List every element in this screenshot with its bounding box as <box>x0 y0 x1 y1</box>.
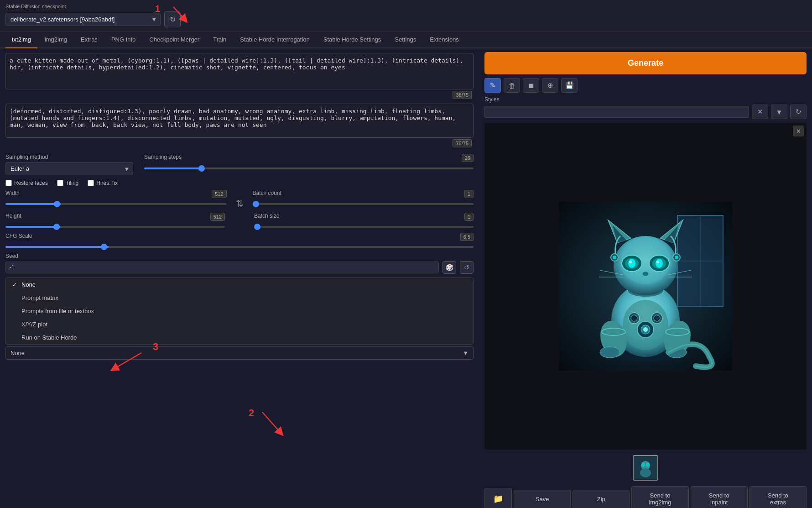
restore-faces-input[interactable] <box>5 180 12 186</box>
svg-point-42 <box>675 256 678 259</box>
copy-icon-button[interactable]: ⊕ <box>542 78 558 93</box>
tab-extras[interactable]: Extras <box>74 31 104 48</box>
edit-icon-button[interactable]: ✎ <box>484 78 501 93</box>
batch-count-group: Batch count 1 <box>253 190 474 206</box>
top-bar: Stable Diffusion checkpoint deliberate_v… <box>0 0 812 31</box>
styles-dropdown-button[interactable]: ▼ <box>771 105 787 119</box>
copy-icon: ⊕ <box>547 81 553 89</box>
tab-png-info[interactable]: PNG Info <box>105 31 142 48</box>
script-item-prompts-from-file[interactable]: Prompts from file or textbox <box>6 304 473 318</box>
styles-input[interactable] <box>484 106 749 118</box>
sampling-method-select[interactable]: Euler a <box>5 162 133 175</box>
main-layout: a cute kitten made out of metal, (cyborg… <box>0 48 812 508</box>
width-value: 512 <box>212 190 226 198</box>
batch-count-slider[interactable] <box>253 203 474 205</box>
height-slider[interactable] <box>5 226 225 228</box>
svg-point-32 <box>656 259 663 268</box>
tiling-input[interactable] <box>57 180 63 186</box>
svg-point-14 <box>654 315 660 321</box>
width-slider[interactable] <box>5 203 227 205</box>
svg-point-17 <box>643 327 648 332</box>
annotation-2: 2 <box>249 407 254 419</box>
script-item-none[interactable]: ✓ None <box>6 278 473 291</box>
folder-icon: 📁 <box>493 494 503 503</box>
save-button[interactable]: Save <box>514 490 571 508</box>
tab-train[interactable]: Train <box>207 31 233 48</box>
positive-char-count: 38/75 <box>453 91 472 99</box>
action-row: ✎ 🗑 ⏹ ⊕ 💾 <box>484 78 807 93</box>
sampling-row: Sampling method Euler a ▼ Sampling steps… <box>5 154 474 175</box>
stop-icon: ⏹ <box>528 82 535 89</box>
styles-section: Styles ✕ ▼ ↻ <box>484 96 807 119</box>
script-item-xyz-plot[interactable]: X/Y/Z plot <box>6 318 473 331</box>
refresh-icon: ↻ <box>170 15 176 24</box>
batch-size-slider[interactable] <box>254 226 474 228</box>
send-to-img2img-button[interactable]: Send to img2img <box>631 486 688 508</box>
script-item-run-stable-horde[interactable]: Run on Stable Horde <box>6 331 473 344</box>
interrupt-icon-button[interactable]: ⏹ <box>523 78 539 93</box>
zip-button[interactable]: Zip <box>573 490 630 508</box>
svg-line-1 <box>262 412 281 433</box>
svg-point-51 <box>640 468 651 477</box>
sampling-method-label: Sampling method <box>5 154 133 160</box>
save-icon-button[interactable]: 💾 <box>561 78 578 93</box>
restore-faces-checkbox[interactable]: Restore faces <box>5 180 48 186</box>
sampling-steps-value: 26 <box>462 154 474 162</box>
script-item-prompt-matrix[interactable]: Prompt matrix <box>6 291 473 304</box>
seed-group: Seed 🎲 ↺ <box>5 253 474 274</box>
tiling-checkbox[interactable]: Tiling <box>57 180 78 186</box>
seed-random-button[interactable]: 🎲 <box>442 261 456 274</box>
send-to-extras-button[interactable]: Send to extras <box>750 486 807 508</box>
cfg-scale-slider[interactable] <box>5 246 474 248</box>
hires-fix-checkbox[interactable]: Hires. fix <box>88 180 118 186</box>
send-to-inpaint-button[interactable]: Send to inpaint <box>691 486 748 508</box>
styles-clear-button[interactable]: ✕ <box>752 105 768 119</box>
script-select-footer[interactable]: None ▼ <box>5 346 474 360</box>
tab-txt2img[interactable]: txt2img <box>5 31 37 48</box>
sampling-steps-group: Sampling steps 26 <box>144 154 474 175</box>
svg-point-12 <box>631 315 637 321</box>
svg-point-52 <box>641 462 645 467</box>
cfg-scale-value: 6.5 <box>460 233 474 241</box>
refresh-checkpoint-button[interactable]: ↻ <box>164 11 181 27</box>
tab-checkpoint-merger[interactable]: Checkpoint Merger <box>143 31 206 48</box>
sampling-steps-slider[interactable] <box>144 168 474 169</box>
height-batchsize-row: Height 512 Batch size 1 <box>5 213 474 229</box>
checkboxes-row: Restore faces Tiling Hires. fix <box>5 180 474 186</box>
svg-point-34 <box>642 272 649 276</box>
trash-icon: 🗑 <box>509 82 515 89</box>
styles-label: Styles <box>484 96 807 103</box>
width-group: Width 512 <box>5 190 227 206</box>
tab-stable-horde-settings[interactable]: Stable Horde Settings <box>317 31 387 48</box>
controls-section: Sampling method Euler a ▼ Sampling steps… <box>5 154 474 360</box>
generate-button[interactable]: Generate <box>484 52 807 74</box>
svg-point-29 <box>629 261 632 263</box>
swap-dimensions-button[interactable]: ⇅ <box>236 190 244 209</box>
tab-settings[interactable]: Settings <box>388 31 422 48</box>
trash-icon-button[interactable]: 🗑 <box>504 78 520 93</box>
batch-count-label: Batch count <box>253 190 281 196</box>
right-panel: Generate ✎ 🗑 ⏹ ⊕ 💾 Styles ✕ <box>479 48 812 508</box>
batch-size-label: Batch size <box>254 213 279 219</box>
positive-prompt-input[interactable]: a cute kitten made out of metal, (cyborg… <box>5 53 474 89</box>
tab-img2img[interactable]: img2img <box>38 31 73 48</box>
svg-point-53 <box>646 462 650 467</box>
negative-char-count: 75/75 <box>453 139 472 147</box>
seed-input[interactable] <box>5 262 439 273</box>
image-thumbnail[interactable] <box>633 455 658 481</box>
tabs-bar: txt2img img2img Extras PNG Info Checkpoi… <box>0 31 812 48</box>
tab-extensions[interactable]: Extensions <box>423 31 465 48</box>
seed-recycle-button[interactable]: ↺ <box>460 261 474 274</box>
checkpoint-select[interactable]: deliberate_v2.safetensors [9aba26abdf] <box>5 13 161 26</box>
width-label: Width <box>5 190 20 196</box>
tab-stable-horde-interrogation[interactable]: Stable Horde Interrogation <box>234 31 316 48</box>
negative-prompt-input[interactable]: (deformed, distorted, disfigured:1.3), p… <box>5 104 474 138</box>
sampling-steps-label: Sampling steps <box>144 154 182 160</box>
hires-fix-input[interactable] <box>88 180 94 186</box>
svg-point-40 <box>613 256 616 259</box>
sampling-method-group: Sampling method Euler a ▼ <box>5 154 133 175</box>
image-close-button[interactable]: ✕ <box>793 126 804 136</box>
styles-refresh-button[interactable]: ↻ <box>790 105 807 119</box>
open-folder-button[interactable]: 📁 <box>484 488 512 508</box>
dimensions-batch-row: Width 512 ⇅ Batch count 1 <box>5 190 474 209</box>
